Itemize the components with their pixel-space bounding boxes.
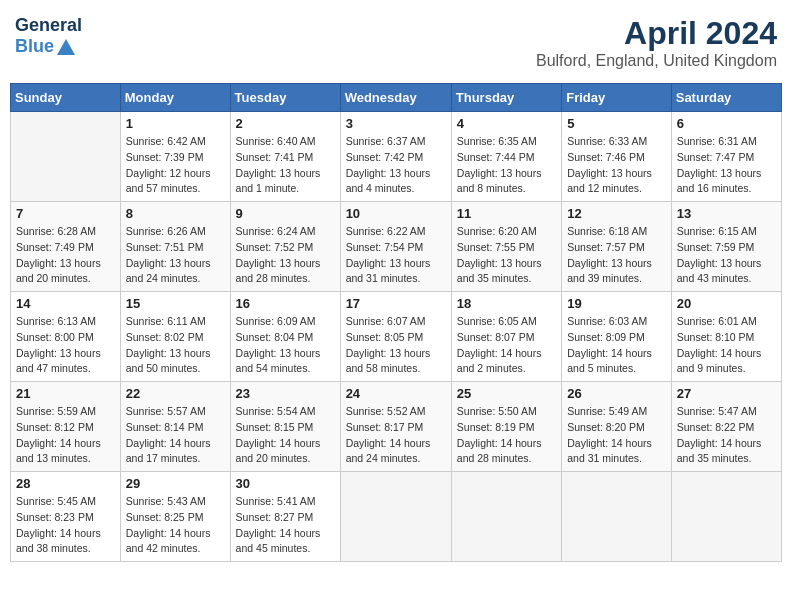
cell-info: Sunrise: 5:57 AMSunset: 8:14 PMDaylight:…	[126, 404, 225, 467]
day-number: 24	[346, 386, 446, 401]
day-number: 25	[457, 386, 556, 401]
cell-info: Sunrise: 5:49 AMSunset: 8:20 PMDaylight:…	[567, 404, 666, 467]
calendar-cell: 20Sunrise: 6:01 AMSunset: 8:10 PMDayligh…	[671, 292, 781, 382]
calendar-cell: 19Sunrise: 6:03 AMSunset: 8:09 PMDayligh…	[562, 292, 672, 382]
calendar-cell: 16Sunrise: 6:09 AMSunset: 8:04 PMDayligh…	[230, 292, 340, 382]
calendar-cell: 3Sunrise: 6:37 AMSunset: 7:42 PMDaylight…	[340, 112, 451, 202]
calendar-cell: 8Sunrise: 6:26 AMSunset: 7:51 PMDaylight…	[120, 202, 230, 292]
logo-blue-text: Blue	[15, 36, 75, 57]
calendar-cell: 21Sunrise: 5:59 AMSunset: 8:12 PMDayligh…	[11, 382, 121, 472]
calendar-cell: 12Sunrise: 6:18 AMSunset: 7:57 PMDayligh…	[562, 202, 672, 292]
header-wednesday: Wednesday	[340, 84, 451, 112]
day-number: 2	[236, 116, 335, 131]
month-title: April 2024	[536, 15, 777, 52]
calendar-cell	[562, 472, 672, 562]
cell-info: Sunrise: 5:50 AMSunset: 8:19 PMDaylight:…	[457, 404, 556, 467]
calendar-cell: 27Sunrise: 5:47 AMSunset: 8:22 PMDayligh…	[671, 382, 781, 472]
day-number: 14	[16, 296, 115, 311]
day-number: 27	[677, 386, 776, 401]
cell-info: Sunrise: 6:20 AMSunset: 7:55 PMDaylight:…	[457, 224, 556, 287]
cell-info: Sunrise: 6:07 AMSunset: 8:05 PMDaylight:…	[346, 314, 446, 377]
day-number: 28	[16, 476, 115, 491]
calendar-cell: 1Sunrise: 6:42 AMSunset: 7:39 PMDaylight…	[120, 112, 230, 202]
day-number: 10	[346, 206, 446, 221]
cell-info: Sunrise: 5:59 AMSunset: 8:12 PMDaylight:…	[16, 404, 115, 467]
cell-info: Sunrise: 6:24 AMSunset: 7:52 PMDaylight:…	[236, 224, 335, 287]
page-header: General Blue April 2024 Bulford, England…	[10, 10, 782, 75]
calendar-cell	[11, 112, 121, 202]
week-row-4: 28Sunrise: 5:45 AMSunset: 8:23 PMDayligh…	[11, 472, 782, 562]
calendar-cell: 23Sunrise: 5:54 AMSunset: 8:15 PMDayligh…	[230, 382, 340, 472]
day-number: 11	[457, 206, 556, 221]
cell-info: Sunrise: 6:33 AMSunset: 7:46 PMDaylight:…	[567, 134, 666, 197]
cell-info: Sunrise: 6:40 AMSunset: 7:41 PMDaylight:…	[236, 134, 335, 197]
calendar-cell: 28Sunrise: 5:45 AMSunset: 8:23 PMDayligh…	[11, 472, 121, 562]
calendar-cell: 22Sunrise: 5:57 AMSunset: 8:14 PMDayligh…	[120, 382, 230, 472]
week-row-2: 14Sunrise: 6:13 AMSunset: 8:00 PMDayligh…	[11, 292, 782, 382]
calendar-cell: 5Sunrise: 6:33 AMSunset: 7:46 PMDaylight…	[562, 112, 672, 202]
cell-info: Sunrise: 6:35 AMSunset: 7:44 PMDaylight:…	[457, 134, 556, 197]
cell-info: Sunrise: 5:47 AMSunset: 8:22 PMDaylight:…	[677, 404, 776, 467]
calendar-cell: 18Sunrise: 6:05 AMSunset: 8:07 PMDayligh…	[451, 292, 561, 382]
cell-info: Sunrise: 5:43 AMSunset: 8:25 PMDaylight:…	[126, 494, 225, 557]
cell-info: Sunrise: 6:28 AMSunset: 7:49 PMDaylight:…	[16, 224, 115, 287]
calendar-cell: 13Sunrise: 6:15 AMSunset: 7:59 PMDayligh…	[671, 202, 781, 292]
cell-info: Sunrise: 6:15 AMSunset: 7:59 PMDaylight:…	[677, 224, 776, 287]
svg-marker-0	[57, 39, 75, 55]
header-sunday: Sunday	[11, 84, 121, 112]
day-number: 9	[236, 206, 335, 221]
calendar-cell: 26Sunrise: 5:49 AMSunset: 8:20 PMDayligh…	[562, 382, 672, 472]
day-number: 15	[126, 296, 225, 311]
day-number: 4	[457, 116, 556, 131]
day-number: 18	[457, 296, 556, 311]
location-text: Bulford, England, United Kingdom	[536, 52, 777, 70]
week-row-1: 7Sunrise: 6:28 AMSunset: 7:49 PMDaylight…	[11, 202, 782, 292]
cell-info: Sunrise: 6:13 AMSunset: 8:00 PMDaylight:…	[16, 314, 115, 377]
day-number: 21	[16, 386, 115, 401]
cell-info: Sunrise: 6:11 AMSunset: 8:02 PMDaylight:…	[126, 314, 225, 377]
calendar-cell: 9Sunrise: 6:24 AMSunset: 7:52 PMDaylight…	[230, 202, 340, 292]
cell-info: Sunrise: 5:54 AMSunset: 8:15 PMDaylight:…	[236, 404, 335, 467]
day-number: 26	[567, 386, 666, 401]
cell-info: Sunrise: 5:41 AMSunset: 8:27 PMDaylight:…	[236, 494, 335, 557]
calendar-cell: 4Sunrise: 6:35 AMSunset: 7:44 PMDaylight…	[451, 112, 561, 202]
cell-info: Sunrise: 6:01 AMSunset: 8:10 PMDaylight:…	[677, 314, 776, 377]
cell-info: Sunrise: 6:05 AMSunset: 8:07 PMDaylight:…	[457, 314, 556, 377]
cell-info: Sunrise: 6:42 AMSunset: 7:39 PMDaylight:…	[126, 134, 225, 197]
calendar-cell: 25Sunrise: 5:50 AMSunset: 8:19 PMDayligh…	[451, 382, 561, 472]
day-number: 23	[236, 386, 335, 401]
day-number: 5	[567, 116, 666, 131]
calendar-cell: 30Sunrise: 5:41 AMSunset: 8:27 PMDayligh…	[230, 472, 340, 562]
day-number: 16	[236, 296, 335, 311]
calendar-cell: 17Sunrise: 6:07 AMSunset: 8:05 PMDayligh…	[340, 292, 451, 382]
calendar-cell: 29Sunrise: 5:43 AMSunset: 8:25 PMDayligh…	[120, 472, 230, 562]
day-number: 6	[677, 116, 776, 131]
header-saturday: Saturday	[671, 84, 781, 112]
day-number: 20	[677, 296, 776, 311]
calendar-table: SundayMondayTuesdayWednesdayThursdayFrid…	[10, 83, 782, 562]
calendar-cell: 7Sunrise: 6:28 AMSunset: 7:49 PMDaylight…	[11, 202, 121, 292]
header-friday: Friday	[562, 84, 672, 112]
calendar-cell: 2Sunrise: 6:40 AMSunset: 7:41 PMDaylight…	[230, 112, 340, 202]
cell-info: Sunrise: 6:26 AMSunset: 7:51 PMDaylight:…	[126, 224, 225, 287]
logo-general-text: General	[15, 15, 82, 36]
week-row-3: 21Sunrise: 5:59 AMSunset: 8:12 PMDayligh…	[11, 382, 782, 472]
calendar-cell: 11Sunrise: 6:20 AMSunset: 7:55 PMDayligh…	[451, 202, 561, 292]
header-monday: Monday	[120, 84, 230, 112]
calendar-cell: 14Sunrise: 6:13 AMSunset: 8:00 PMDayligh…	[11, 292, 121, 382]
cell-info: Sunrise: 6:18 AMSunset: 7:57 PMDaylight:…	[567, 224, 666, 287]
logo: General Blue	[15, 15, 82, 57]
calendar-cell	[340, 472, 451, 562]
day-number: 3	[346, 116, 446, 131]
cell-info: Sunrise: 6:31 AMSunset: 7:47 PMDaylight:…	[677, 134, 776, 197]
week-row-0: 1Sunrise: 6:42 AMSunset: 7:39 PMDaylight…	[11, 112, 782, 202]
day-number: 8	[126, 206, 225, 221]
title-block: April 2024 Bulford, England, United King…	[536, 15, 777, 70]
day-number: 22	[126, 386, 225, 401]
day-number: 13	[677, 206, 776, 221]
day-number: 17	[346, 296, 446, 311]
cell-info: Sunrise: 6:09 AMSunset: 8:04 PMDaylight:…	[236, 314, 335, 377]
calendar-cell	[451, 472, 561, 562]
cell-info: Sunrise: 6:37 AMSunset: 7:42 PMDaylight:…	[346, 134, 446, 197]
calendar-header-row: SundayMondayTuesdayWednesdayThursdayFrid…	[11, 84, 782, 112]
